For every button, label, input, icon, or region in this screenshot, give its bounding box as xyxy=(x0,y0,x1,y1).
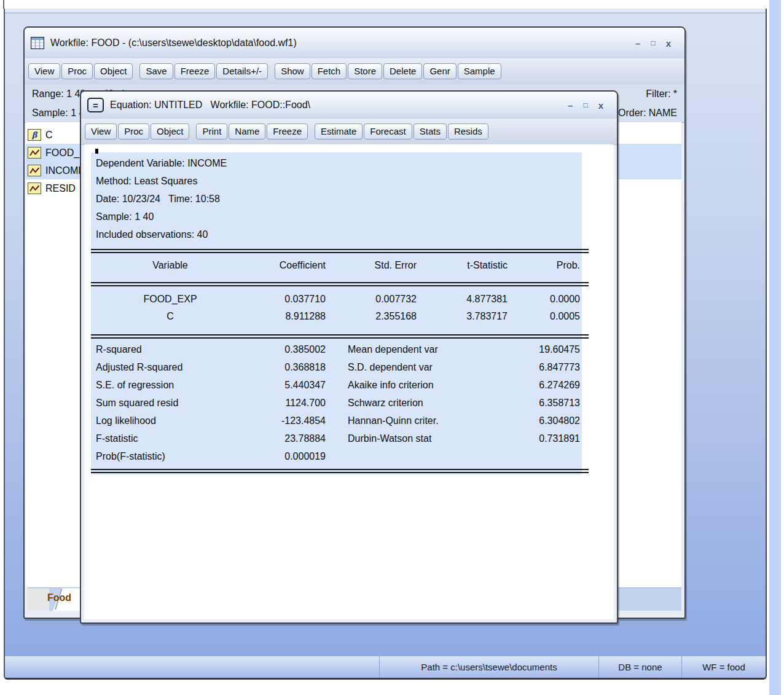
workfile-genr-button[interactable]: Genr xyxy=(423,63,456,79)
stat-value: 19.60475 xyxy=(508,344,580,355)
stat-value: -123.4854 xyxy=(242,415,326,426)
table-separator xyxy=(91,334,589,339)
equation-icon: = xyxy=(87,98,104,112)
col-variable: Variable xyxy=(91,260,249,271)
cell-t-statistic: 4.877381 xyxy=(417,294,508,305)
minimize-button[interactable]: – xyxy=(568,100,573,111)
stat-value: 6.304802 xyxy=(508,415,580,426)
workfile-fetch-button[interactable]: Fetch xyxy=(312,63,347,79)
object-label: RESID xyxy=(45,183,76,194)
col-coefficient: Coefficient xyxy=(249,260,326,271)
status-bar: Path = c:\users\tsewe\documents DB = non… xyxy=(5,656,766,678)
sample-line: Sample: 1 40 xyxy=(96,208,227,226)
stat-label: F-statistic xyxy=(91,433,242,444)
cell-coefficient: 0.037710 xyxy=(249,294,326,305)
mdi-top-edge xyxy=(5,9,766,14)
cell-t-statistic: 3.783717 xyxy=(417,311,508,322)
stat-value: 6.847773 xyxy=(508,362,580,373)
workfile-sample-button[interactable]: Sample xyxy=(458,63,501,79)
stat-label: S.D. dependent var xyxy=(326,362,508,373)
workfile-proc-button[interactable]: Proc xyxy=(61,63,93,79)
maximize-button[interactable]: □ xyxy=(651,39,655,47)
close-button[interactable]: x xyxy=(598,100,603,111)
equation-resids-button[interactable]: Resids xyxy=(448,124,488,139)
stat-label: Adjusted R-squared xyxy=(91,362,242,373)
equation-titlebar[interactable]: = Equation: UNTITLED Workfile: FOOD::Foo… xyxy=(81,92,617,119)
stats-row: R-squared 0.385002 Mean dependent var 19… xyxy=(91,344,580,355)
method-line: Method: Least Squares xyxy=(96,172,227,190)
series-icon xyxy=(28,165,41,176)
workfile-window-controls: – □ x xyxy=(635,38,678,49)
stat-label: Sum squared resid xyxy=(91,398,242,409)
date-time-line: Date: 10/23/24 Time: 10:58 xyxy=(96,190,227,208)
workfile-object-button[interactable]: Object xyxy=(94,63,133,79)
workfile-titlebar[interactable]: Workfile: FOOD - (c:\users\tsewe\desktop… xyxy=(25,28,684,59)
object-label: C xyxy=(45,130,53,141)
stat-label: Durbin-Watson stat xyxy=(326,433,508,444)
cell-variable: FOOD_EXP xyxy=(91,294,249,305)
cell-coefficient: 8.911288 xyxy=(249,311,326,322)
status-db: DB = none xyxy=(598,656,681,678)
stat-label: S.E. of regression xyxy=(91,380,242,391)
equation-stats-button[interactable]: Stats xyxy=(414,124,447,139)
tab-food-label: Food xyxy=(47,592,71,603)
coef-row-c: C 8.911288 2.355168 3.783717 0.0005 xyxy=(91,311,580,322)
minimize-button[interactable]: – xyxy=(635,38,640,49)
stats-row: F-statistic 23.78884 Durbin-Watson stat … xyxy=(91,433,580,444)
regression-output: Dependent Variable: INCOME Method: Least… xyxy=(84,144,614,619)
col-prob: Prob. xyxy=(508,260,580,271)
stat-label: Akaike info criterion xyxy=(326,380,508,391)
equation-object-button[interactable]: Object xyxy=(151,124,189,139)
stat-value: 0.385002 xyxy=(242,344,326,355)
equation-proc-button[interactable]: Proc xyxy=(118,124,149,139)
equation-window-controls: – □ x xyxy=(568,100,611,111)
workfile-save-button[interactable]: Save xyxy=(139,63,173,79)
cell-prob: 0.0000 xyxy=(508,294,580,305)
equation-view-button[interactable]: View xyxy=(85,124,117,139)
stat-value: 0.731891 xyxy=(508,433,580,444)
tab-scroll-area xyxy=(28,588,49,611)
table-separator xyxy=(91,469,589,473)
beta-icon: β xyxy=(28,129,41,141)
status-wf: WF = food xyxy=(681,656,766,678)
col-std-error: Std. Error xyxy=(326,260,417,271)
outer-right-band xyxy=(769,0,781,695)
stats-row: Log likelihood -123.4854 Hannan-Quinn cr… xyxy=(91,415,580,426)
stat-value: 1124.700 xyxy=(242,398,326,409)
equation-forecast-button[interactable]: Forecast xyxy=(364,124,412,139)
equation-name-button[interactable]: Name xyxy=(229,124,265,139)
cell-prob: 0.0005 xyxy=(508,311,580,322)
stat-label: Prob(F-statistic) xyxy=(91,451,242,462)
stat-value: 6.274269 xyxy=(508,380,580,391)
outer-frame-tick xyxy=(3,0,4,9)
stat-label: Log likelihood xyxy=(91,415,242,426)
workfile-details-button[interactable]: Details+/- xyxy=(216,63,268,79)
stat-value: 0.368818 xyxy=(242,362,326,373)
equation-freeze-button[interactable]: Freeze xyxy=(267,124,308,139)
workfile-toolbar: View Proc Object Save Freeze Details+/- … xyxy=(25,58,684,85)
filter-value: Filter: * xyxy=(646,88,677,100)
stat-value: 23.78884 xyxy=(242,433,326,444)
stat-value-empty xyxy=(508,451,580,462)
workfile-view-button[interactable]: View xyxy=(28,63,60,79)
workfile-store-button[interactable]: Store xyxy=(348,63,382,79)
equation-title: Equation: UNTITLED Workfile: FOOD::Food\ xyxy=(110,100,310,111)
cell-std-error: 2.355168 xyxy=(326,311,417,322)
cell-std-error: 0.007732 xyxy=(326,294,417,305)
equation-estimate-button[interactable]: Estimate xyxy=(315,124,363,139)
workfile-delete-button[interactable]: Delete xyxy=(383,63,422,79)
stat-label-empty xyxy=(326,451,508,462)
workfile-freeze-button[interactable]: Freeze xyxy=(174,63,216,79)
maximize-button[interactable]: □ xyxy=(583,101,587,109)
series-icon xyxy=(28,147,41,159)
stat-label: R-squared xyxy=(91,344,242,355)
stat-label: Mean dependent var xyxy=(326,344,508,355)
range-label: Range: xyxy=(32,88,64,100)
equation-window: = Equation: UNTITLED Workfile: FOOD::Foo… xyxy=(80,90,618,624)
observations-line: Included observations: 40 xyxy=(96,226,227,243)
equation-print-button[interactable]: Print xyxy=(196,124,227,139)
stats-row: Prob(F-statistic) 0.000019 xyxy=(91,451,580,462)
stat-value: 5.440347 xyxy=(242,380,326,391)
close-button[interactable]: x xyxy=(666,38,671,49)
workfile-show-button[interactable]: Show xyxy=(275,63,310,79)
